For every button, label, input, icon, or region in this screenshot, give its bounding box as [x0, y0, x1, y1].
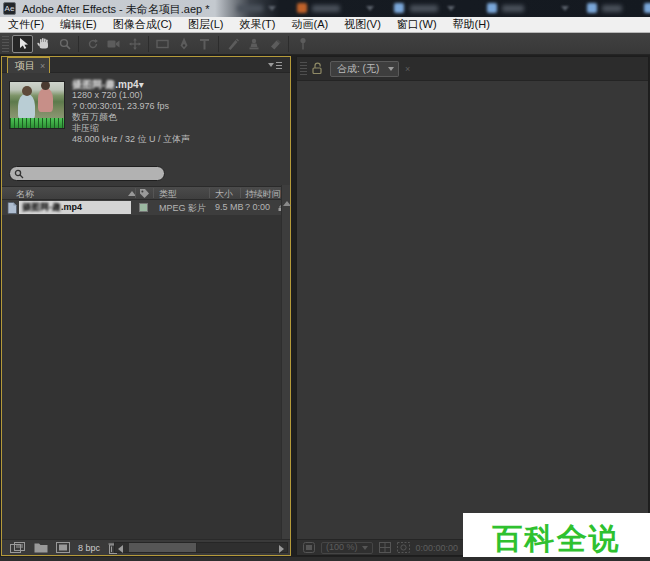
eraser-tool-icon[interactable] [264, 35, 285, 53]
menu-window[interactable]: 窗口(W) [389, 17, 445, 32]
label-color-chip[interactable] [139, 203, 148, 212]
title-bar: Ae Adobe After Effects - 未命名项目.aep * [0, 0, 650, 17]
label-column-icon[interactable] [139, 188, 150, 199]
current-time-display[interactable]: 0:00:00:00 [416, 543, 459, 553]
footage-name[interactable]: 摄图网-趣.mp4▾ [72, 79, 190, 90]
magnification-dropdown[interactable]: (100 %) [321, 542, 373, 554]
toolbar-separator [218, 36, 219, 52]
app-icon: Ae [3, 2, 16, 15]
footage-thumbnail[interactable] [9, 81, 65, 129]
search-area [2, 161, 290, 186]
menu-view[interactable]: 视图(V) [336, 17, 389, 32]
vertical-scrollbar[interactable] [281, 185, 290, 539]
list-empty-area[interactable] [2, 215, 290, 541]
blurred-caret [268, 6, 276, 11]
clone-stamp-tool-icon[interactable] [243, 35, 264, 53]
scroll-right-icon[interactable] [279, 545, 284, 553]
type-tool-icon[interactable] [194, 35, 215, 53]
viewer-dropdown-button[interactable] [384, 61, 399, 77]
rotation-tool-icon[interactable] [82, 35, 103, 53]
tab-project[interactable]: 项目 × [7, 57, 50, 73]
lock-icon[interactable] [311, 62, 324, 75]
grid-guides-icon[interactable] [379, 542, 391, 553]
dropdown-icon: ▾ [139, 79, 144, 90]
project-tab-label: 项目 [15, 59, 35, 73]
scrollbar-thumb[interactable] [129, 543, 197, 552]
chevron-down-icon [362, 546, 368, 550]
project-panel: 项目 × 摄图网-趣.mp4▾ 1280 x 720 (1.00) ? 0:00… [1, 56, 291, 556]
brush-tool-icon[interactable] [222, 35, 243, 53]
close-icon[interactable]: × [40, 61, 45, 71]
blurred-icon [394, 3, 404, 13]
rectangle-tool-icon[interactable] [152, 35, 173, 53]
menu-composition[interactable]: 图像合成(C) [105, 17, 180, 32]
toolbar-separator [148, 36, 149, 52]
menu-help[interactable]: 帮助(H) [445, 17, 498, 32]
row-name[interactable]: 摄图网-趣.mp4 [19, 201, 131, 214]
blurred-icon [644, 3, 650, 13]
blurred-icon [587, 3, 597, 13]
search-input[interactable] [9, 166, 165, 181]
row-duration: ? 0:00 [245, 202, 270, 212]
pan-behind-tool-icon[interactable] [124, 35, 145, 53]
window-bottom-edge [0, 557, 650, 561]
footage-compression: 非压缩 [72, 123, 190, 134]
always-preview-icon[interactable] [303, 542, 315, 553]
horizontal-scrollbar[interactable] [114, 542, 288, 553]
blurred-icon [487, 3, 497, 13]
footage-colors: 数百万颜色 [72, 112, 190, 123]
watermark-banner: 百科全说 助你轻松解决 [463, 513, 650, 561]
thumbnail-photo [10, 82, 64, 118]
selection-tool-icon[interactable] [12, 35, 33, 53]
blurred-caret [366, 6, 374, 11]
interpret-footage-icon[interactable] [10, 542, 26, 553]
toolbar-grip[interactable] [2, 36, 9, 52]
project-footer: 8 bpc [2, 539, 290, 555]
hand-tool-icon[interactable] [33, 35, 54, 53]
project-tab-bar: 项目 × [2, 57, 290, 73]
camera-tool-icon[interactable] [103, 35, 124, 53]
footage-preview: 摄图网-趣.mp4▾ 1280 x 720 (1.00) ? 0:00:30:0… [2, 73, 290, 161]
pen-tool-icon[interactable] [173, 35, 194, 53]
scroll-left-icon[interactable] [118, 545, 123, 553]
bit-depth-button[interactable]: 8 bpc [78, 543, 100, 553]
viewer-selector-label: 合成: (无) [337, 62, 379, 76]
puppet-pin-tool-icon[interactable] [292, 35, 313, 53]
app-window: Ae Adobe After Effects - 未命名项目.aep * 文件(… [0, 0, 650, 561]
new-composition-icon[interactable] [56, 542, 70, 553]
composition-view-area[interactable] [297, 81, 648, 539]
panel-menu-icon[interactable] [268, 61, 282, 70]
tool-bar [0, 33, 650, 55]
watermark-title: 百科全说 [463, 522, 650, 556]
menu-layer[interactable]: 图层(L) [180, 17, 231, 32]
table-row[interactable]: 摄图网-趣.mp4 MPEG 影片 9.5 MB ? 0:00 [2, 200, 290, 215]
row-size: 9.5 MB [215, 202, 244, 212]
menu-animation[interactable]: 动画(A) [284, 17, 337, 32]
footage-duration: ? 0:00:30:01, 23.976 fps [72, 101, 190, 112]
search-icon [14, 169, 24, 179]
viewer-selector-button[interactable]: 合成: (无) [330, 61, 386, 77]
composition-panel: 合成: (无) × (100 %) 0:00:00:00 (全屏) [296, 56, 649, 556]
footage-dimensions: 1280 x 720 (1.00) [72, 90, 190, 101]
new-folder-icon[interactable] [34, 542, 48, 553]
footage-file-icon [7, 202, 17, 214]
list-header: 名称 类型 大小 持续时间 [2, 186, 290, 200]
thumbnail-audio-strip [10, 118, 64, 128]
menu-bar: 文件(F) 编辑(E) 图像合成(C) 图层(L) 效果(T) 动画(A) 视图… [0, 17, 650, 33]
panel-grip[interactable] [300, 62, 307, 76]
footage-audio: 48.000 kHz / 32 位 U / 立体声 [72, 134, 190, 145]
blurred-caret [561, 6, 569, 11]
blurred-taskbar-item [410, 5, 438, 12]
menu-file[interactable]: 文件(F) [0, 17, 52, 32]
blurred-taskbar-item [602, 5, 622, 12]
mask-visibility-icon[interactable] [397, 542, 410, 553]
zoom-tool-icon[interactable] [54, 35, 75, 53]
blurred-icon [297, 3, 307, 13]
footage-meta: 摄图网-趣.mp4▾ 1280 x 720 (1.00) ? 0:00:30:0… [72, 79, 190, 145]
menu-edit[interactable]: 编辑(E) [52, 17, 105, 32]
close-icon[interactable]: × [405, 64, 410, 74]
scroll-up-icon[interactable] [283, 201, 291, 206]
menu-effect[interactable]: 效果(T) [231, 17, 283, 32]
workspace: 项目 × 摄图网-趣.mp4▾ 1280 x 720 (1.00) ? 0:00… [0, 55, 650, 557]
blurred-taskbar-item [502, 5, 524, 12]
